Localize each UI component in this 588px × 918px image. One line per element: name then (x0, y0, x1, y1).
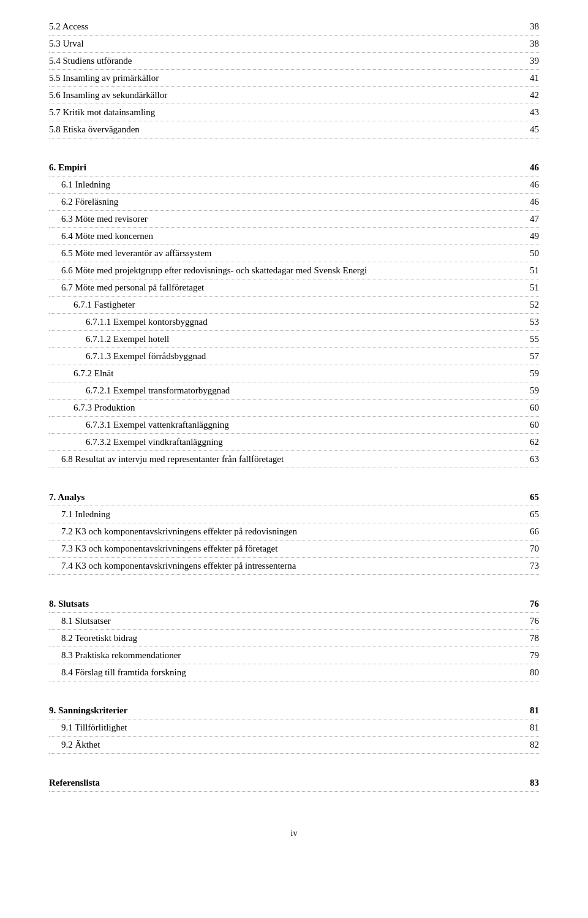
toc-label: 7.3 K3 och komponentavskrivningens effek… (49, 544, 521, 554)
toc-page-number: 46 (521, 180, 539, 190)
toc-label: 6.7.3.2 Exempel vindkraftanläggning (49, 437, 521, 447)
toc-label: 5.3 Urval (49, 39, 521, 49)
toc-label: 8.4 Förslag till framtida forskning (49, 667, 521, 678)
toc-row: 9.1 Tillförlitlighet81 (49, 719, 539, 737)
toc-row: 5.2 Access38 (49, 18, 539, 36)
toc-page-number: 78 (521, 633, 539, 643)
toc-row: 7. Analys65 (49, 489, 539, 506)
toc-page-number: 60 (521, 403, 539, 413)
toc-row: 6.5 Möte med leverantör av affärssystem5… (49, 245, 539, 262)
toc-page-number: 43 (521, 107, 539, 118)
toc-label: 5.4 Studiens utförande (49, 56, 521, 66)
toc-label: 7.2 K3 och komponentavskrivningens effek… (49, 526, 521, 537)
toc-page-number: 80 (521, 667, 539, 678)
toc-page-number: 65 (521, 492, 539, 503)
toc-row: 6.7.1.3 Exempel förrådsbyggnad57 (49, 348, 539, 365)
toc-label: Referenslista (49, 778, 521, 788)
toc-row: Referenslista83 (49, 775, 539, 792)
toc-label: 6.7.1.1 Exempel kontorsbyggnad (49, 317, 521, 327)
toc-page-number: 57 (521, 351, 539, 362)
toc-page-number: 38 (521, 21, 539, 32)
toc-label: 6.7.1.3 Exempel förrådsbyggnad (49, 351, 521, 362)
toc-row: 8.3 Praktiska rekommendationer79 (49, 647, 539, 664)
toc-label: 6.7.3.1 Exempel vattenkraftanläggning (49, 420, 521, 430)
toc-label: 7. Analys (49, 492, 521, 503)
toc-row: 7.2 K3 och komponentavskrivningens effek… (49, 523, 539, 541)
toc-row: 9. Sanningskriterier81 (49, 702, 539, 719)
toc-page-number: 52 (521, 300, 539, 310)
toc-page-number: 79 (521, 650, 539, 661)
toc-page-number: 62 (521, 437, 539, 447)
toc-label: 6.7.1 Fastigheter (49, 300, 521, 310)
toc-page-number: 81 (521, 705, 539, 716)
toc-page-number: 66 (521, 526, 539, 537)
toc-page-number: 45 (521, 124, 539, 135)
toc-label: 5.8 Etiska överväganden (49, 124, 521, 135)
toc-label: 5.7 Kritik mot datainsamling (49, 107, 521, 118)
toc-page-number: 59 (521, 368, 539, 379)
toc-label: 6.2 Föreläsning (49, 197, 521, 207)
toc-row: 7.4 K3 och komponentavskrivningens effek… (49, 558, 539, 575)
toc-label: 6.7.1.2 Exempel hotell (49, 334, 521, 344)
toc-label: 6.6 Möte med projektgrupp efter redovisn… (49, 265, 521, 276)
toc-row: 6.7 Möte med personal på fallföretaget51 (49, 279, 539, 297)
toc-label: 7.1 Inledning (49, 509, 521, 520)
toc-row: 5.6 Insamling av sekundärkällor42 (49, 87, 539, 104)
toc-label: 6. Empiri (49, 162, 521, 173)
page-footer: iv (49, 829, 539, 838)
toc-page-number: 83 (521, 778, 539, 788)
toc-row: 6.8 Resultat av intervju med representan… (49, 451, 539, 468)
toc-label: 6.7.2 Elnät (49, 368, 521, 379)
toc-label: 8.2 Teoretiskt bidrag (49, 633, 521, 643)
toc-label: 8. Slutsats (49, 599, 521, 609)
toc-row: 6.4 Möte med koncernen49 (49, 228, 539, 245)
toc-row: 5.8 Etiska överväganden45 (49, 121, 539, 138)
toc-row: 6.7.3.1 Exempel vattenkraftanläggning60 (49, 417, 539, 434)
toc-page-number: 42 (521, 90, 539, 101)
toc-label: 9. Sanningskriterier (49, 705, 521, 716)
toc-row: 7.3 K3 och komponentavskrivningens effek… (49, 541, 539, 558)
toc-row: 6. Empiri46 (49, 159, 539, 176)
toc-page-number: 60 (521, 420, 539, 430)
table-of-contents: 5.2 Access385.3 Urval385.4 Studiens utfö… (49, 18, 539, 792)
toc-page-number: 49 (521, 231, 539, 241)
toc-page-number: 41 (521, 73, 539, 83)
toc-row: 6.7.1.2 Exempel hotell55 (49, 331, 539, 348)
toc-page-number: 76 (521, 616, 539, 626)
toc-page-number: 81 (521, 723, 539, 733)
toc-page-number: 53 (521, 317, 539, 327)
toc-label: 8.3 Praktiska rekommendationer (49, 650, 521, 661)
toc-row: 5.5 Insamling av primärkällor41 (49, 70, 539, 87)
toc-label: 6.7.2.1 Exempel transformatorbyggnad (49, 385, 521, 396)
toc-page-number: 63 (521, 454, 539, 465)
toc-row: 6.7.3 Produktion60 (49, 400, 539, 417)
toc-label: 6.8 Resultat av intervju med representan… (49, 454, 521, 465)
toc-page-number: 46 (521, 197, 539, 207)
toc-page-number: 55 (521, 334, 539, 344)
toc-label: 5.5 Insamling av primärkällor (49, 73, 521, 83)
toc-row: 8. Slutsats76 (49, 596, 539, 613)
toc-row: 6.1 Inledning46 (49, 176, 539, 194)
toc-row: 6.7.2.1 Exempel transformatorbyggnad59 (49, 382, 539, 400)
toc-row: 6.7.3.2 Exempel vindkraftanläggning62 (49, 434, 539, 451)
toc-row: 6.3 Möte med revisorer47 (49, 211, 539, 228)
toc-page-number: 65 (521, 509, 539, 520)
toc-label: 7.4 K3 och komponentavskrivningens effek… (49, 561, 521, 571)
toc-row: 5.7 Kritik mot datainsamling43 (49, 104, 539, 121)
toc-page-number: 39 (521, 56, 539, 66)
toc-label: 6.5 Möte med leverantör av affärssystem (49, 248, 521, 259)
toc-page-number: 59 (521, 385, 539, 396)
toc-row: 6.6 Möte med projektgrupp efter redovisn… (49, 262, 539, 279)
toc-row: 9.2 Äkthet82 (49, 737, 539, 754)
toc-page-number: 47 (521, 214, 539, 224)
toc-label: 6.4 Möte med koncernen (49, 231, 521, 241)
toc-page-number: 50 (521, 248, 539, 259)
toc-label: 6.7 Möte med personal på fallföretaget (49, 283, 521, 293)
toc-row: 7.1 Inledning65 (49, 506, 539, 523)
toc-label: 6.1 Inledning (49, 180, 521, 190)
toc-label: 5.2 Access (49, 21, 521, 32)
toc-label: 9.2 Äkthet (49, 740, 521, 750)
toc-row: 8.1 Slutsatser76 (49, 613, 539, 630)
toc-page-number: 51 (521, 283, 539, 293)
toc-page-number: 76 (521, 599, 539, 609)
